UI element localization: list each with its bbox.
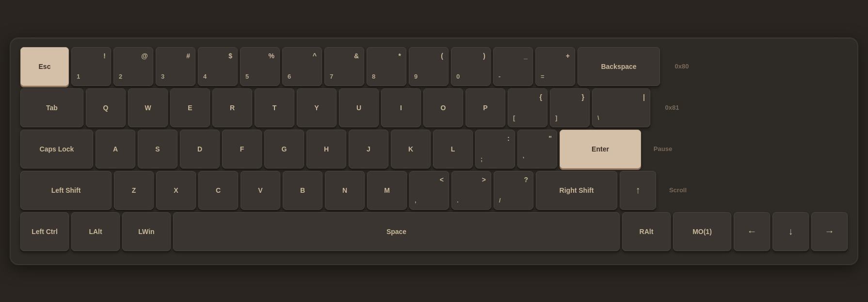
key-1[interactable]: !1 [71, 47, 111, 86]
key-semicolon[interactable]: :; [475, 130, 515, 168]
key-quote[interactable]: "' [517, 130, 557, 168]
key-s-label: S [155, 145, 160, 153]
key-enter-label: Enter [592, 145, 609, 153]
key-scroll[interactable]: Scroll [659, 171, 697, 210]
key-enter[interactable]: Enter [560, 130, 641, 168]
key-c[interactable]: C [198, 171, 238, 210]
key-lwin-label: LWin [138, 228, 154, 235]
key-pause[interactable]: Pause [643, 130, 682, 168]
key-d[interactable]: D [180, 130, 220, 168]
key-hex80[interactable]: 0x80 [662, 47, 701, 86]
key-o[interactable]: O [423, 88, 463, 127]
key-quote-bottom: ' [523, 156, 524, 163]
keyboard-row-row5: Left CtrlLAltLWinSpaceRAltMO(1)←↓→ [20, 212, 848, 251]
key-0-bottom: 0 [456, 73, 460, 80]
key-mo1[interactable]: MO(1) [673, 212, 731, 251]
key-f[interactable]: F [222, 130, 262, 168]
key-h[interactable]: H [306, 130, 346, 168]
key-slash-top: ? [524, 176, 528, 184]
key-slash[interactable]: ?/ [494, 171, 533, 210]
key-rbracket[interactable]: }] [550, 88, 590, 127]
key-y[interactable]: Y [297, 88, 337, 127]
key-6[interactable]: ^6 [282, 47, 322, 86]
key-7[interactable]: &7 [324, 47, 364, 86]
key-uparrow[interactable]: ↑ [620, 171, 656, 210]
key-tab-label: Tab [46, 104, 58, 112]
key-r[interactable]: R [212, 88, 252, 127]
key-lshift[interactable]: Left Shift [20, 171, 112, 210]
key-s[interactable]: S [138, 130, 177, 168]
key-o-label: O [441, 104, 446, 112]
key-0[interactable]: )0 [451, 47, 491, 86]
key-2[interactable]: @2 [113, 47, 153, 86]
key-esc-label: Esc [39, 63, 51, 70]
key-period-top: > [482, 176, 486, 184]
key-esc[interactable]: Esc [20, 47, 69, 86]
key-space[interactable]: Space [173, 212, 620, 251]
key-ralt[interactable]: RAlt [622, 212, 671, 251]
key-minus-top: _ [524, 52, 528, 60]
key-lctrl[interactable]: Left Ctrl [20, 212, 69, 251]
key-a[interactable]: A [96, 130, 135, 168]
key-hex81[interactable]: 0x81 [653, 88, 691, 127]
key-minus[interactable]: _- [493, 47, 533, 86]
key-5[interactable]: %5 [240, 47, 280, 86]
key-lalt[interactable]: LAlt [71, 212, 120, 251]
key-3[interactable]: #3 [156, 47, 195, 86]
key-k[interactable]: K [391, 130, 431, 168]
key-comma-bottom: , [415, 197, 417, 204]
key-h-label: H [324, 145, 329, 153]
key-0-top: ) [483, 52, 485, 60]
key-m[interactable]: M [367, 171, 407, 210]
key-q[interactable]: Q [86, 88, 126, 127]
key-t[interactable]: T [255, 88, 294, 127]
key-i[interactable]: I [381, 88, 421, 127]
key-l[interactable]: L [433, 130, 473, 168]
key-b-label: B [300, 186, 305, 194]
key-minus-bottom: - [498, 73, 500, 80]
key-i-label: I [400, 104, 402, 112]
key-rightarrow[interactable]: → [811, 212, 848, 251]
key-5-bottom: 5 [245, 73, 249, 80]
key-8[interactable]: *8 [367, 47, 406, 86]
key-g[interactable]: G [264, 130, 304, 168]
key-capslock[interactable]: Caps Lock [20, 130, 93, 168]
key-j[interactable]: J [349, 130, 388, 168]
key-u[interactable]: U [339, 88, 379, 127]
key-8-top: * [399, 52, 401, 60]
key-lwin[interactable]: LWin [122, 212, 171, 251]
key-p[interactable]: P [466, 88, 505, 127]
key-n-label: N [342, 186, 347, 194]
key-backslash-top: | [643, 94, 645, 101]
key-z-label: Z [132, 186, 136, 194]
key-l-label: L [451, 145, 455, 153]
key-rshift[interactable]: Right Shift [536, 171, 617, 210]
key-b[interactable]: B [283, 171, 322, 210]
keyboard: Esc!1@2#3$4%5^6&7*8(9)0_-+=Backspace0x80… [10, 37, 858, 265]
key-9-top: ( [441, 52, 443, 60]
key-downarrow[interactable]: ↓ [772, 212, 809, 251]
key-tab[interactable]: Tab [20, 88, 83, 127]
key-x[interactable]: X [156, 171, 196, 210]
key-w[interactable]: W [128, 88, 168, 127]
key-5-top: % [269, 52, 274, 60]
key-leftarrow[interactable]: ← [734, 212, 770, 251]
key-k-label: K [408, 145, 413, 153]
key-hex80-label: 0x80 [675, 63, 689, 70]
key-equals[interactable]: += [535, 47, 575, 86]
key-4[interactable]: $4 [198, 47, 238, 86]
key-e[interactable]: E [170, 88, 210, 127]
key-7-bottom: 7 [330, 73, 333, 80]
key-comma[interactable]: <, [409, 171, 449, 210]
key-equals-bottom: = [541, 73, 545, 80]
key-period[interactable]: >. [451, 171, 491, 210]
key-9[interactable]: (9 [409, 47, 449, 86]
key-backspace[interactable]: Backspace [578, 47, 660, 86]
key-pause-label: Pause [654, 145, 672, 152]
key-j-label: J [367, 145, 370, 153]
key-n[interactable]: N [325, 171, 365, 210]
key-v[interactable]: V [241, 171, 280, 210]
key-z[interactable]: Z [114, 171, 154, 210]
key-lbracket[interactable]: {[ [508, 88, 547, 127]
key-backslash[interactable]: |\ [592, 88, 650, 127]
